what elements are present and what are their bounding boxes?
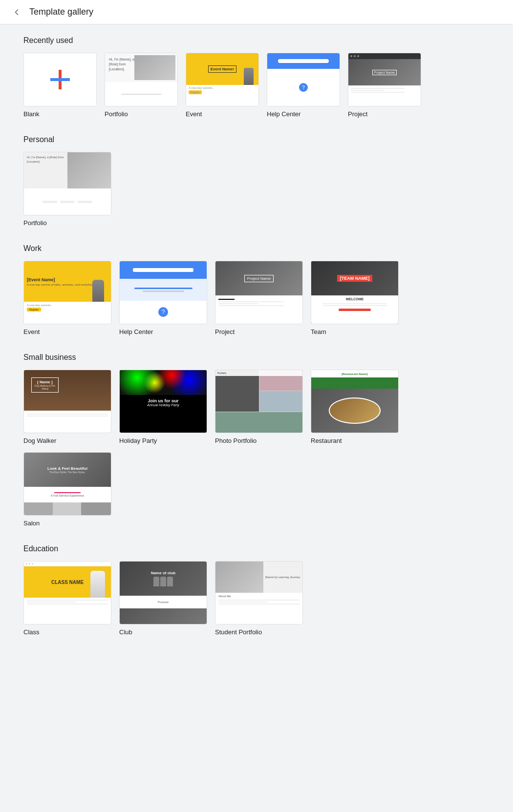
salon-bottom — [24, 502, 111, 515]
template-blank[interactable]: Blank — [23, 53, 97, 118]
template-helpcenter-work[interactable]: ? Help Center — [119, 261, 207, 335]
team-content: [TEAM NAME] WELCOME — [311, 261, 398, 324]
dogwalker-subtitle: Dog Walking & PetSitting — [35, 384, 55, 390]
thumbnail-photo-portfolio: Portfolio — [215, 370, 303, 433]
template-photo-portfolio[interactable]: Portfolio Photo Portfolio — [215, 370, 303, 444]
helpcenter-recent-icon: ? — [299, 83, 308, 92]
event-recent-title: Event Name! — [208, 65, 236, 73]
thumbnail-helpcenter-work: ? — [119, 261, 207, 324]
template-name-class: Class — [23, 628, 111, 636]
class-top: CLASS NAME — [24, 566, 111, 598]
template-student-portfolio[interactable]: [Name's] Learning Journey About Me Stude… — [215, 561, 303, 636]
work-event-subtitle: A one-day summit of talks, activities, a… — [27, 283, 95, 286]
thumbnail-portfolio-recent: Hi, I'm [Name], a[Role] from[Location]. — [105, 53, 178, 106]
template-project-recent[interactable]: Project Name Project — [348, 53, 421, 118]
template-name-project-recent: Project — [348, 110, 421, 118]
thumbnail-event-recent: Event Name! A one-day summit... Register — [186, 53, 259, 106]
template-club[interactable]: Name of club Purpose Club — [119, 561, 207, 636]
work-project-top: Project Name — [215, 261, 302, 295]
event-recent-content: Event Name! A one-day summit... Register — [186, 53, 258, 106]
template-salon[interactable]: Look & Feel Beautiful The Best Stylist. … — [23, 452, 111, 527]
work-event-top: [Event Name] A one-day summit of talks, … — [24, 261, 111, 302]
thumbnail-dogwalker: [ Name ] Dog Walking & PetSitting — [23, 370, 111, 433]
template-portfolio-personal[interactable]: Hi, I'm [Name], a [Role] from [Location]… — [23, 152, 111, 227]
thumbnail-team-work: [TEAM NAME] WELCOME — [311, 261, 399, 324]
template-holiday-party[interactable]: Join us for our Annual Holiday Party Hol… — [119, 370, 207, 444]
template-dogwalker[interactable]: [ Name ] Dog Walking & PetSitting Dog Wa… — [23, 370, 111, 444]
work-hc-top — [120, 261, 207, 279]
work-project-title: Project Name — [244, 275, 274, 282]
template-event-work[interactable]: [Event Name] A one-day summit of talks, … — [23, 261, 111, 335]
template-helpcenter-recent[interactable]: ? Help Center — [267, 53, 340, 118]
template-restaurant[interactable]: [Restaurant Name] Restaurant — [311, 370, 399, 444]
student-portfolio-bottom: About Me — [215, 593, 302, 624]
photo-portfolio-wrapper: Portfolio — [215, 370, 302, 433]
template-name-holiday-party: Holiday Party — [119, 437, 207, 444]
project-recent-img: Project Name — [348, 59, 421, 85]
work-hc-mid — [120, 279, 207, 301]
section-title-small-business: Small business — [23, 353, 490, 362]
back-button[interactable] — [12, 7, 21, 17]
restaurant-food — [329, 397, 381, 424]
salon-subtitle: The Best Stylist. The Best Styles. — [49, 471, 86, 474]
student-portfolio-right: [Name's] Learning Journey — [263, 562, 302, 593]
template-project-work[interactable]: Project Name Project — [215, 261, 303, 335]
thumbnail-helpcenter-recent: ? — [267, 53, 340, 106]
salon-mid: A Full Service Experience — [24, 487, 111, 502]
club-people — [153, 577, 173, 586]
template-class[interactable]: CLASS NAME Class — [23, 561, 111, 636]
section-title-personal: Personal — [23, 135, 490, 144]
page-title: Template gallery — [29, 7, 93, 17]
thumbnail-club: Name of club Purpose — [119, 561, 207, 625]
salon-top: Look & Feel Beautiful The Best Stylist. … — [24, 453, 111, 487]
work-hc-content: ? — [120, 261, 207, 324]
class-content: CLASS NAME — [24, 562, 111, 624]
portfolio-recent-top: Hi, I'm [Name], a[Role] from[Location]. — [105, 53, 177, 82]
helpcenter-recent-search — [278, 59, 329, 63]
personal-portfolio-top: Hi, I'm [Name], a [Role] from [Location]… — [24, 152, 111, 188]
event-recent-person — [244, 68, 254, 85]
thumbnail-class: CLASS NAME — [23, 561, 111, 625]
team-btn — [339, 309, 371, 311]
personal-portfolio-content: Hi, I'm [Name], a [Role] from [Location]… — [24, 152, 111, 215]
section-title-recently-used: Recently used — [23, 36, 490, 45]
restaurant-img — [311, 389, 398, 433]
project-recent-content-bottom — [348, 85, 421, 106]
template-name-club: Club — [119, 628, 207, 636]
class-bottom — [24, 598, 111, 624]
project-recent-content: Project Name — [348, 53, 421, 106]
club-purpose-text: Purpose — [158, 601, 169, 604]
photo-portfolio-grid — [215, 370, 302, 433]
photo-portfolio-nav: Portfolio — [215, 370, 302, 376]
class-person — [90, 571, 105, 598]
helpcenter-recent-bottom: ? — [267, 69, 340, 106]
template-name-event-work: Event — [23, 328, 111, 335]
salon-accent — [54, 492, 80, 493]
small-business-grid-2: Look & Feel Beautiful The Best Stylist. … — [23, 452, 490, 527]
plus-icon — [48, 67, 72, 92]
template-name-project-work: Project — [215, 328, 303, 335]
portfolio-recent-text: Hi, I'm [Name], a[Role] from[Location]. — [109, 57, 134, 71]
template-portfolio-recent[interactable]: Hi, I'm [Name], a[Role] from[Location]. … — [105, 53, 178, 118]
personal-portfolio-bottom — [24, 188, 111, 215]
team-top: [TEAM NAME] — [311, 261, 398, 295]
template-team-work[interactable]: [TEAM NAME] WELCOME Team — [311, 261, 399, 335]
student-portfolio-img — [215, 562, 263, 593]
holiday-title: Join us for our — [147, 398, 179, 403]
class-nav — [24, 562, 111, 566]
template-name-dogwalker: Dog Walker — [23, 437, 111, 444]
salon-service-text: A Full Service Experience — [51, 494, 84, 497]
portfolio-recent-content: Hi, I'm [Name], a[Role] from[Location]. — [105, 53, 177, 106]
template-event-recent[interactable]: Event Name! A one-day summit... Register… — [186, 53, 259, 118]
work-event-btn: Register — [27, 308, 41, 312]
team-lines — [322, 302, 387, 307]
work-hc-search — [133, 268, 194, 272]
restaurant-content: [Restaurant Name] — [311, 370, 398, 433]
thumbnail-project-work: Project Name — [215, 261, 303, 324]
blank-thumb-content — [24, 53, 96, 106]
club-bottom — [120, 608, 207, 624]
portfolio-recent-line — [121, 94, 161, 95]
club-title: Name of club — [151, 571, 175, 575]
section-small-business: Small business [ Name ] Dog Walking & Pe… — [23, 353, 490, 527]
personal-portfolio-img — [67, 152, 111, 188]
